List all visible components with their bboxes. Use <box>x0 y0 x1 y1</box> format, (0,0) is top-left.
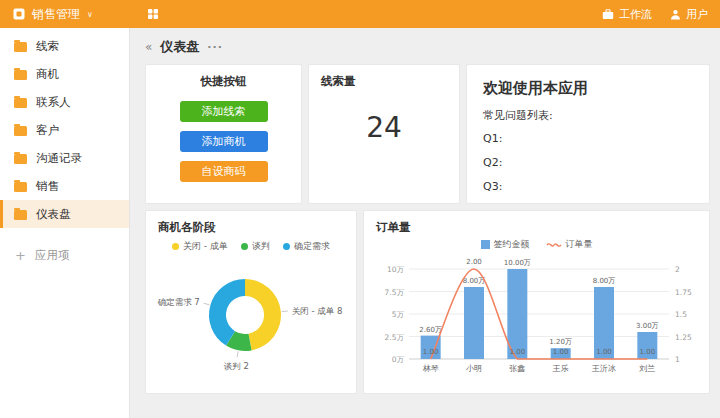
quick-buttons-card-title: 快捷按钮 <box>146 65 301 89</box>
apps-grid-icon[interactable] <box>147 8 159 20</box>
app-logo-icon <box>12 7 26 21</box>
legend-item[interactable]: 签约金额 <box>481 238 530 251</box>
opportunity-stages-title: 商机各阶段 <box>146 211 356 235</box>
chart-label: 确定需求 7 <box>157 297 200 307</box>
collapse-icon[interactable]: « <box>145 40 152 54</box>
chart-label: 王乐 <box>551 364 568 373</box>
legend-label: 确定需求 <box>294 240 330 253</box>
legend-item[interactable]: 订单量 <box>546 238 593 251</box>
welcome-title: 欢迎使用本应用 <box>483 79 693 98</box>
sidebar-item-1[interactable]: 商机 <box>0 60 129 88</box>
opportunity-stage-donut: 关闭 - 成单 8谈判 2确定需求 7 <box>146 253 356 375</box>
user-icon <box>670 9 681 20</box>
quick-buttons-card: 快捷按钮 添加线索添加商机自设商码 <box>145 64 302 204</box>
legend-dot <box>172 243 179 250</box>
quick-button-2[interactable]: 自设商码 <box>180 161 268 182</box>
folder-icon <box>14 42 27 52</box>
sidebar-item-label: 商机 <box>36 67 59 82</box>
sidebar-item-6[interactable]: 仪表盘 <box>0 200 129 228</box>
chart-label: 刘兰 <box>639 364 655 373</box>
sidebar-item-label: 销售 <box>36 179 59 194</box>
chart-label: 关闭 - 成单 8 <box>292 306 343 316</box>
bar[interactable] <box>507 269 527 359</box>
chart-label: 1.20万 <box>549 338 572 346</box>
chart-label: 2.60万 <box>419 326 442 334</box>
sidebar-item-label: 客户 <box>36 123 59 138</box>
combo-legend: 签约金额订单量 <box>364 238 709 251</box>
chart-label: 10.00万 <box>503 259 530 267</box>
faq-item: Q1: <box>483 132 693 145</box>
faq-subtitle: 常见问题列表: <box>483 108 693 123</box>
legend-item[interactable]: 确定需求 <box>283 240 330 253</box>
sidebar-item-4[interactable]: 沟通记录 <box>0 144 129 172</box>
chart-label: 谈判 2 <box>224 361 249 371</box>
chart-label: 1.00 <box>552 348 568 356</box>
folder-icon <box>14 126 27 136</box>
chart-label: 1.25 <box>675 333 692 342</box>
chart-label: 3.00万 <box>636 322 659 330</box>
line-legend-swatch <box>546 241 562 249</box>
faq-list: Q1:Q2:Q3: <box>483 132 693 193</box>
chart-label: 2.00 <box>466 258 482 266</box>
sidebar-item-label: 仪表盘 <box>36 207 71 222</box>
sidebar-item-5[interactable]: 销售 <box>0 172 129 200</box>
legend-label: 关闭 - 成单 <box>183 240 228 253</box>
leads-count-card: 线索量 24 <box>308 64 460 204</box>
legend-item[interactable]: 关闭 - 成单 <box>172 240 228 253</box>
chart-label: 7.5万 <box>384 288 404 297</box>
sidebar-item-2[interactable]: 联系人 <box>0 88 129 116</box>
legend-label: 谈判 <box>252 240 270 253</box>
folder-icon <box>14 182 27 192</box>
quick-button-0[interactable]: 添加线索 <box>180 101 268 122</box>
app-switcher[interactable]: 销售管理 ∨ <box>12 6 93 23</box>
legend-item[interactable]: 谈判 <box>241 240 270 253</box>
chart-label: 8.00万 <box>462 277 485 285</box>
chart-label: 1.00 <box>509 348 525 356</box>
chart-label: 0万 <box>391 355 404 364</box>
order-volume-card: 订单量 签约金额订单量 10万27.5万1.755万1.52.5万1.250万1… <box>363 210 710 394</box>
folder-icon <box>14 98 27 108</box>
topbar-right: 工作流 用户 <box>602 7 708 22</box>
chart-label: 8.00万 <box>592 277 615 285</box>
quick-button-1[interactable]: 添加商机 <box>180 131 268 152</box>
bar[interactable] <box>464 287 484 359</box>
user-label: 用户 <box>686 7 708 22</box>
add-app-item-button[interactable]: + 应用项 <box>0 241 129 269</box>
faq-item: Q2: <box>483 156 693 169</box>
chart-label: 1.00 <box>422 348 438 356</box>
page-title: 仪表盘 <box>160 38 199 56</box>
chart-label: 张鑫 <box>509 364 525 373</box>
leads-count-value: 24 <box>309 111 459 144</box>
topbar: 销售管理 ∨ 工作流 用户 <box>0 0 720 28</box>
more-options-icon[interactable]: ··· <box>207 41 223 54</box>
chart-label: 1.5 <box>675 310 687 319</box>
chart-label: 小明 <box>466 364 482 373</box>
sidebar-item-label: 线索 <box>36 39 59 54</box>
main-content: « 仪表盘 ··· 快捷按钮 添加线索添加商机自设商码 线索量 24 欢迎使用本… <box>130 28 720 418</box>
user-nav[interactable]: 用户 <box>670 7 708 22</box>
chart-label: 1.75 <box>675 288 692 297</box>
chart-label: 2 <box>675 265 680 274</box>
chart-label: 林琴 <box>422 364 438 373</box>
folder-icon <box>14 154 27 164</box>
chart-label: 5万 <box>391 310 404 319</box>
legend-dot <box>241 243 248 250</box>
sidebar-item-0[interactable]: 线索 <box>0 32 129 60</box>
sidebar-item-label: 沟通记录 <box>36 151 82 166</box>
legend-dot <box>283 243 290 250</box>
briefcase-icon <box>602 9 614 20</box>
chart-label: 1.00 <box>596 348 612 356</box>
chevron-down-icon: ∨ <box>87 10 93 19</box>
workflow-nav[interactable]: 工作流 <box>602 7 652 22</box>
welcome-card: 欢迎使用本应用 常见问题列表: Q1:Q2:Q3: <box>466 64 710 204</box>
chart-label: 王沂冰 <box>591 364 616 373</box>
folder-icon <box>14 210 27 220</box>
chart-label: 2.5万 <box>384 333 404 342</box>
sidebar: 线索商机联系人客户沟通记录销售仪表盘 + 应用项 <box>0 28 130 418</box>
quick-buttons: 添加线索添加商机自设商码 <box>146 101 301 182</box>
plus-icon: + <box>15 249 26 262</box>
donut-slice[interactable] <box>245 279 281 350</box>
workflow-label: 工作流 <box>619 7 652 22</box>
sidebar-item-3[interactable]: 客户 <box>0 116 129 144</box>
chart-label: 10万 <box>386 265 404 274</box>
